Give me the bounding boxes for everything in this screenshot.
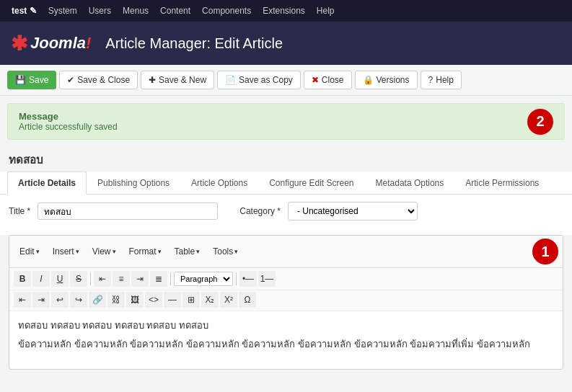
- title-input[interactable]: [38, 202, 218, 220]
- editor-menu-view[interactable]: View▾: [87, 244, 122, 259]
- chevron-down-icon: ▾: [234, 248, 238, 255]
- unlink-button[interactable]: ⛓: [107, 292, 125, 308]
- separator: [170, 272, 171, 285]
- editor-toolbar-row2: ⇤ ⇥ ↩ ↪ 🔗 ⛓ 🖼 <> — ⊞ X₂ X² Ω: [9, 290, 563, 311]
- nav-menus[interactable]: Menus: [117, 0, 154, 22]
- separator: [90, 272, 91, 285]
- tab-bar: Article Details Publishing Options Artic…: [0, 172, 572, 195]
- save-new-button[interactable]: ✚ Save & New: [141, 71, 214, 89]
- editor-menu-tools[interactable]: Tools▾: [207, 244, 244, 259]
- nav-help[interactable]: Help: [311, 0, 340, 22]
- align-center-button[interactable]: ≡: [113, 271, 130, 287]
- top-navigation: test ✎ System Users Menus Content Compon…: [0, 0, 572, 22]
- chevron-down-icon: ▾: [158, 248, 162, 255]
- versions-button[interactable]: 🔒 Versions: [355, 71, 418, 89]
- page-title: Article Manager: Edit Article: [105, 35, 283, 52]
- unordered-list-button[interactable]: •—: [239, 271, 257, 287]
- italic-button[interactable]: I: [32, 271, 50, 287]
- table-button[interactable]: ⊞: [182, 292, 200, 308]
- page-header: ✱ Joomla! Article Manager: Edit Article: [0, 22, 572, 65]
- tab-metadata-options[interactable]: Metadata Options: [365, 172, 455, 195]
- editor-menu-format[interactable]: Format▾: [123, 244, 167, 259]
- logo-icon: ✱: [11, 32, 27, 55]
- chevron-down-icon: ▾: [76, 248, 79, 255]
- outdent-button[interactable]: ⇤: [14, 292, 31, 308]
- nav-users[interactable]: Users: [83, 0, 117, 22]
- ordered-list-button[interactable]: 1—: [258, 271, 276, 287]
- editor-toolbar-row1: B I U S ⇤ ≡ ⇥ ≣ Paragraph •— 1—: [9, 268, 563, 290]
- save-icon: 💾: [15, 75, 26, 85]
- code-button[interactable]: <>: [145, 292, 162, 308]
- message-text: Article successfully saved: [19, 122, 553, 132]
- message-box: Message Article successfully saved 2: [7, 103, 565, 140]
- special-chars-button[interactable]: Ω: [239, 292, 256, 308]
- check-icon: ✔: [67, 75, 74, 85]
- chevron-down-icon: ▾: [113, 248, 116, 255]
- subscript-button[interactable]: X₂: [201, 292, 219, 308]
- save-close-button[interactable]: ✔ Save & Close: [59, 71, 138, 89]
- redo-button[interactable]: ↪: [70, 292, 87, 308]
- undo-button[interactable]: ↩: [51, 292, 69, 308]
- editor-menu-table[interactable]: Table▾: [169, 244, 206, 259]
- help-button[interactable]: ? Help: [421, 71, 462, 89]
- bold-button[interactable]: B: [14, 271, 31, 287]
- nav-content[interactable]: Content: [154, 0, 196, 22]
- category-select[interactable]: - Uncategorised: [288, 202, 418, 220]
- hr-button[interactable]: —: [164, 292, 181, 308]
- brand-name[interactable]: test ✎: [6, 6, 43, 16]
- badge-2: 2: [527, 109, 553, 135]
- tab-configure-edit-screen[interactable]: Configure Edit Screen: [258, 172, 364, 195]
- editor-menu-edit[interactable]: Edit▾: [14, 244, 45, 259]
- tab-publishing-options[interactable]: Publishing Options: [87, 172, 180, 195]
- chevron-down-icon: ▾: [36, 248, 40, 255]
- content-line2: ข้อความหลัก ข้อความหลัก ข้อความหลัก ข้อค…: [18, 337, 554, 352]
- strikethrough-button[interactable]: S: [70, 271, 87, 287]
- underline-button[interactable]: U: [51, 271, 69, 287]
- editor-menubar: Edit▾ Insert▾ View▾ Format▾ Table▾ Tools…: [9, 236, 563, 268]
- align-right-button[interactable]: ⇥: [131, 271, 149, 287]
- nav-extensions[interactable]: Extensions: [257, 0, 311, 22]
- badge-1: 1: [532, 239, 558, 264]
- align-justify-button[interactable]: ≣: [150, 271, 167, 287]
- link-button[interactable]: 🔗: [89, 292, 106, 308]
- tab-article-options[interactable]: Article Options: [180, 172, 258, 195]
- paragraph-select[interactable]: Paragraph: [174, 272, 233, 286]
- chevron-down-icon: ▾: [196, 248, 200, 255]
- tab-article-permissions[interactable]: Article Permissions: [454, 172, 550, 195]
- align-left-button[interactable]: ⇤: [94, 271, 111, 287]
- versions-icon: 🔒: [363, 75, 374, 85]
- nav-system[interactable]: System: [43, 0, 83, 22]
- editor-menu-insert[interactable]: Insert▾: [47, 244, 85, 259]
- editor: Edit▾ Insert▾ View▾ Format▾ Table▾ Tools…: [9, 235, 563, 370]
- article-form: Title * Category * - Uncategorised: [0, 195, 572, 235]
- help-icon: ?: [428, 75, 434, 85]
- content-line1: ทดสอบ ทดสอบ ทดสอบ ทดสอบ ทดสอบ ทดสอบ: [18, 318, 554, 333]
- image-button[interactable]: 🖼: [126, 292, 144, 308]
- article-name: ทดสอบ: [0, 147, 572, 172]
- close-button[interactable]: ✖ Close: [304, 71, 352, 89]
- category-label: Category *: [239, 206, 281, 216]
- editor-content[interactable]: ทดสอบ ทดสอบ ทดสอบ ทดสอบ ทดสอบ ทดสอบ ข้อค…: [9, 311, 563, 369]
- title-row: Title * Category * - Uncategorised: [9, 202, 563, 220]
- plus-icon: ✚: [149, 75, 156, 85]
- message-title: Message: [19, 111, 553, 122]
- tab-article-details[interactable]: Article Details: [7, 172, 87, 195]
- logo: ✱ Joomla!: [11, 32, 91, 55]
- main-toolbar: 💾 Save ✔ Save & Close ✚ Save & New 📄 Sav…: [0, 65, 572, 96]
- save-button[interactable]: 💾 Save: [7, 71, 56, 89]
- indent-button[interactable]: ⇥: [32, 292, 50, 308]
- superscript-button[interactable]: X²: [220, 292, 237, 308]
- logo-text: Joomla!: [30, 34, 91, 53]
- separator: [236, 272, 237, 285]
- copy-icon: 📄: [225, 75, 236, 85]
- title-label: Title *: [9, 206, 30, 216]
- x-icon: ✖: [312, 75, 319, 85]
- save-copy-button[interactable]: 📄 Save as Copy: [217, 71, 301, 89]
- nav-components[interactable]: Components: [196, 0, 257, 22]
